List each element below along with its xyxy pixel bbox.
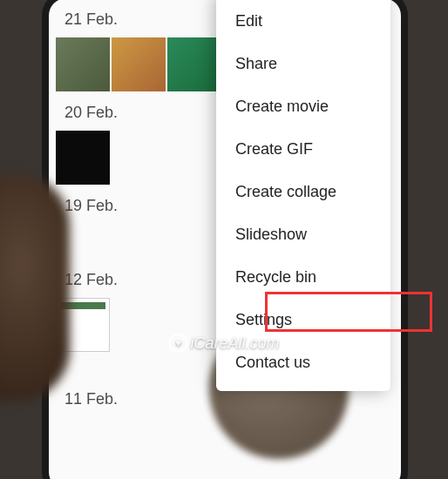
watermark: ♥ iCareAll.com [168,334,279,353]
phone-frame: 21 Feb. 20 Feb. 19 Feb. 12 Feb. [42,0,408,479]
menu-recycle-bin[interactable]: Recycle bin [216,256,390,299]
photo-thumbnail[interactable] [167,37,221,91]
menu-create-collage[interactable]: Create collage [216,171,390,213]
menu-share[interactable]: Share [216,43,390,85]
watermark-text: iCareAll.com [190,334,279,353]
menu-create-gif[interactable]: Create GIF [216,128,390,171]
photo-thumbnail[interactable] [112,37,166,91]
menu-slideshow[interactable]: Slideshow [216,213,390,256]
phone-screen: 21 Feb. 20 Feb. 19 Feb. 12 Feb. [49,0,401,479]
hand-occlusion-left [0,174,70,401]
overflow-menu: Edit Share Create movie Create GIF Creat… [216,0,390,391]
photo-thumbnail[interactable] [56,37,110,91]
menu-create-movie[interactable]: Create movie [216,85,390,128]
photo-thumbnail[interactable] [56,131,110,185]
heart-icon: ♥ [168,334,187,353]
menu-edit[interactable]: Edit [216,0,390,43]
